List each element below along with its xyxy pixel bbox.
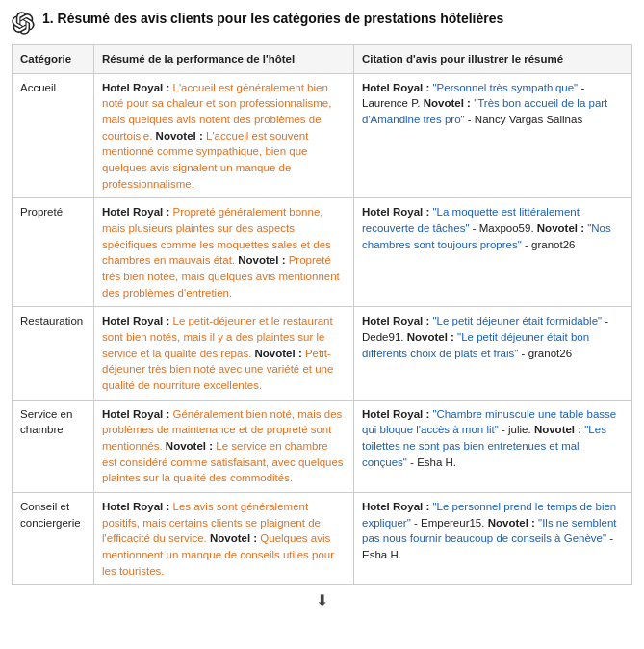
citation-novotel-label: Novotel : bbox=[537, 222, 587, 234]
hotel-royal-label: Hotel Royal : bbox=[102, 501, 172, 512]
citation-novotel-label: Novotel : bbox=[424, 97, 474, 109]
citation-novotel-label: Novotel : bbox=[407, 331, 457, 343]
table-row: Conseil et conciergerieHotel Royal : Les… bbox=[13, 493, 632, 585]
table-row: RestaurationHotel Royal : Le petit-déjeu… bbox=[13, 307, 632, 400]
cell-category: Service en chambre bbox=[13, 400, 94, 492]
novotel-label: Novotel : bbox=[152, 130, 206, 142]
col-header-summary: Résumé de la performance de l'hôtel bbox=[94, 45, 354, 74]
cell-citation: Hotel Royal : "Chambre minuscule une tab… bbox=[354, 400, 632, 492]
cell-summary: Hotel Royal : Propreté généralement bonn… bbox=[94, 198, 354, 307]
novotel-label: Novotel : bbox=[163, 440, 217, 452]
citation-hotel-royal-label: Hotel Royal : bbox=[362, 315, 432, 326]
table-row: AccueilHotel Royal : L'accueil est génér… bbox=[13, 73, 632, 198]
openai-logo-icon bbox=[12, 12, 35, 35]
citation-hotel-royal-label: Hotel Royal : bbox=[362, 501, 432, 512]
cell-category: Accueil bbox=[13, 73, 94, 198]
download-row: ⬇ bbox=[12, 589, 632, 611]
citation-hotel-royal-text: "Personnel très sympathique" bbox=[432, 82, 578, 93]
citation-novotel-label: Novotel : bbox=[534, 424, 584, 435]
hotel-royal-label: Hotel Royal : bbox=[102, 408, 172, 420]
citation-hotel-royal-label: Hotel Royal : bbox=[362, 206, 432, 218]
citation-hotel-royal-label: Hotel Royal : bbox=[362, 82, 432, 93]
cell-citation: Hotel Royal : "Personnel très sympathiqu… bbox=[354, 73, 632, 198]
citation-hotel-royal-text: "Le petit déjeuner était formidable" bbox=[432, 315, 602, 326]
cell-category: Restauration bbox=[13, 307, 94, 400]
cell-citation: Hotel Royal : "Le petit déjeuner était f… bbox=[354, 307, 632, 400]
page-title: 1. Résumé des avis clients pour les caté… bbox=[42, 10, 503, 29]
page-header: 1. Résumé des avis clients pour les caté… bbox=[12, 10, 632, 35]
cell-summary: Hotel Royal : Généralement bien noté, ma… bbox=[94, 400, 354, 492]
cell-category: Propreté bbox=[13, 198, 94, 307]
table-header-row: Catégorie Résumé de la performance de l'… bbox=[13, 45, 632, 74]
cell-category: Conseil et conciergerie bbox=[13, 493, 94, 585]
table-row: Service en chambreHotel Royal : Générale… bbox=[13, 400, 632, 492]
download-button[interactable]: ⬇ bbox=[310, 589, 334, 611]
hotel-royal-label: Hotel Royal : bbox=[102, 82, 172, 93]
novotel-label: Novotel : bbox=[251, 348, 305, 359]
summary-table: Catégorie Résumé de la performance de l'… bbox=[12, 44, 632, 585]
citation-hotel-royal-label: Hotel Royal : bbox=[362, 408, 432, 420]
citation-novotel-text: "Très bon accueil de la part d'Amandine … bbox=[362, 97, 607, 125]
col-header-citation: Citation d'avis pour illustrer le résumé bbox=[354, 45, 632, 74]
citation-novotel-text: "Le petit déjeuner était bon différents … bbox=[362, 331, 589, 359]
hotel-royal-label: Hotel Royal : bbox=[102, 315, 172, 326]
table-row: PropretéHotel Royal : Propreté généralem… bbox=[13, 198, 632, 307]
citation-novotel-label: Novotel : bbox=[488, 517, 538, 529]
cell-summary: Hotel Royal : Les avis sont généralement… bbox=[94, 493, 354, 585]
cell-citation: Hotel Royal : "La moquette est littérale… bbox=[354, 198, 632, 307]
novotel-label: Novotel : bbox=[207, 532, 261, 544]
cell-summary: Hotel Royal : Le petit-déjeuner et le re… bbox=[94, 307, 354, 400]
cell-citation: Hotel Royal : "Le personnel prend le tem… bbox=[354, 493, 632, 585]
col-header-category: Catégorie bbox=[13, 45, 94, 74]
novotel-label: Novotel : bbox=[235, 254, 289, 266]
cell-summary: Hotel Royal : L'accueil est généralement… bbox=[94, 73, 354, 198]
hotel-royal-label: Hotel Royal : bbox=[102, 206, 172, 218]
